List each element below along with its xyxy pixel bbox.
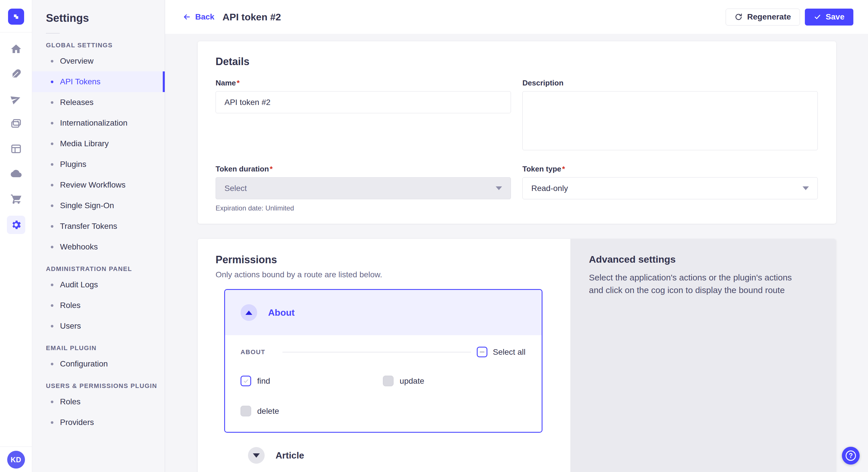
- section-users-permissions-plugin: USERS & PERMISSIONS PLUGIN: [32, 382, 165, 390]
- marketplace-cart-icon[interactable]: [8, 191, 24, 207]
- sidebar-item-up-roles[interactable]: Roles: [32, 392, 165, 412]
- update-checkbox[interactable]: [383, 376, 394, 386]
- name-field-group: Name*: [216, 78, 511, 151]
- user-avatar[interactable]: KD: [7, 451, 25, 469]
- permission-update: update: [383, 376, 525, 386]
- advanced-settings-description: Select the application's actions or the …: [589, 271, 805, 296]
- accordion-about-title: About: [268, 307, 294, 318]
- accordion-about-body: ABOUT Select all: [225, 335, 541, 432]
- description-textarea[interactable]: [522, 91, 818, 150]
- sidebar-item-up-providers[interactable]: Providers: [32, 412, 165, 433]
- bullet-dot: [51, 80, 53, 83]
- sidebar-item-plugins[interactable]: Plugins: [32, 154, 165, 175]
- save-button[interactable]: Save: [805, 9, 854, 26]
- main-area: Back API token #2 Regenerate Save Detail…: [165, 0, 868, 472]
- layout-builder-icon[interactable]: [8, 141, 24, 157]
- sidebar-item-single-sign-on[interactable]: Single Sign-On: [32, 195, 165, 216]
- bullet-dot: [51, 163, 53, 166]
- triangle-up-icon: [245, 310, 252, 315]
- sidebar-title: Settings: [32, 12, 165, 24]
- permission-find: find: [241, 376, 383, 386]
- accordion-article-header[interactable]: Article: [248, 447, 542, 464]
- name-input[interactable]: [216, 91, 511, 113]
- bullet-dot: [51, 363, 53, 365]
- page-title: API token #2: [222, 11, 281, 23]
- sidebar-item-webhooks[interactable]: Webhooks: [32, 237, 165, 257]
- token-duration-label: Token duration*: [216, 165, 511, 173]
- about-section-label: ABOUT: [241, 348, 265, 356]
- sidebar-item-admin-roles[interactable]: Roles: [32, 295, 165, 316]
- sidebar-item-email-configuration[interactable]: Configuration: [32, 353, 165, 374]
- bullet-dot: [51, 421, 53, 424]
- accordion-about: About ABOUT Select all: [224, 289, 542, 433]
- regenerate-button[interactable]: Regenerate: [725, 9, 800, 26]
- sidebar-item-releases[interactable]: Releases: [32, 92, 165, 113]
- token-type-select[interactable]: Read-only: [522, 177, 818, 199]
- home-icon[interactable]: [8, 41, 24, 57]
- permissions-subtitle: Only actions bound by a route are listed…: [216, 270, 570, 279]
- sidebar-item-internationalization[interactable]: Internationalization: [32, 113, 165, 133]
- media-library-icon[interactable]: [8, 116, 24, 132]
- chevron-down-icon: [496, 187, 502, 190]
- sidebar-item-overview[interactable]: Overview: [32, 51, 165, 71]
- select-all-control: Select all: [477, 347, 526, 357]
- refresh-icon: [735, 13, 743, 21]
- section-divider: [282, 352, 471, 352]
- sidebar-item-audit-logs[interactable]: Audit Logs: [32, 274, 165, 295]
- bullet-dot: [51, 122, 53, 125]
- sidebar-item-admin-users[interactable]: Users: [32, 316, 165, 336]
- check-icon: [814, 13, 821, 21]
- required-asterisk: *: [237, 78, 240, 87]
- token-duration-select[interactable]: Select: [216, 177, 511, 199]
- cloud-icon[interactable]: [8, 166, 24, 182]
- chevron-down-icon: [803, 187, 809, 190]
- accordion-about-header[interactable]: About: [225, 290, 541, 335]
- settings-gear-icon[interactable]: [7, 216, 25, 234]
- bullet-dot: [51, 325, 53, 328]
- expand-toggle-button[interactable]: [248, 447, 265, 464]
- token-type-field-group: Token type* Read-only: [522, 165, 818, 212]
- permission-label: delete: [257, 407, 279, 416]
- bullet-dot: [51, 60, 53, 63]
- sidebar-item-api-tokens[interactable]: API Tokens: [32, 71, 165, 92]
- sidebar-title-rule: [46, 33, 60, 34]
- token-type-label: Token type*: [522, 165, 818, 173]
- token-duration-field-group: Token duration* Select Expiration date: …: [216, 165, 511, 212]
- back-button[interactable]: Back: [183, 12, 214, 22]
- details-card: Details Name* Description Token duration…: [198, 41, 836, 224]
- permissions-card: Permissions Only actions bound by a rout…: [198, 239, 836, 472]
- accordion-article-title: Article: [276, 450, 304, 461]
- bullet-dot: [51, 204, 53, 207]
- delete-checkbox[interactable]: [241, 406, 251, 416]
- bullet-dot: [51, 184, 53, 187]
- bullet-dot: [51, 142, 53, 145]
- app-rail: KD: [0, 0, 32, 472]
- strapi-logo[interactable]: [8, 9, 24, 25]
- sidebar-item-media-library[interactable]: Media Library: [32, 133, 165, 154]
- release-send-icon[interactable]: [8, 91, 24, 107]
- permissions-panel: Permissions Only actions bound by a rout…: [198, 239, 570, 472]
- rail-divider-bottom: [0, 446, 32, 447]
- bullet-dot: [51, 246, 53, 248]
- bullet-dot: [51, 283, 53, 286]
- strapi-logo-icon: [12, 12, 20, 21]
- advanced-settings-panel: Advanced settings Select the application…: [570, 239, 836, 472]
- permission-label: find: [257, 376, 270, 386]
- content-type-builder-icon[interactable]: [8, 66, 24, 82]
- permission-label: update: [400, 376, 424, 386]
- required-asterisk: *: [270, 165, 273, 173]
- description-field-group: Description: [522, 78, 818, 151]
- settings-sidebar: Settings GLOBAL SETTINGS Overview API To…: [32, 0, 165, 472]
- required-asterisk: *: [562, 165, 565, 173]
- page-header: Back API token #2 Regenerate Save: [165, 0, 868, 34]
- checkmark-icon: [243, 378, 249, 384]
- find-checkbox[interactable]: [241, 376, 251, 386]
- select-all-checkbox[interactable]: [477, 347, 487, 357]
- bullet-dot: [51, 101, 53, 104]
- help-button[interactable]: ?: [842, 447, 860, 465]
- bullet-dot: [51, 225, 53, 228]
- collapse-toggle-button[interactable]: [241, 304, 257, 321]
- sidebar-item-transfer-tokens[interactable]: Transfer Tokens: [32, 216, 165, 237]
- permission-delete: delete: [241, 406, 383, 416]
- sidebar-item-review-workflows[interactable]: Review Workflows: [32, 175, 165, 195]
